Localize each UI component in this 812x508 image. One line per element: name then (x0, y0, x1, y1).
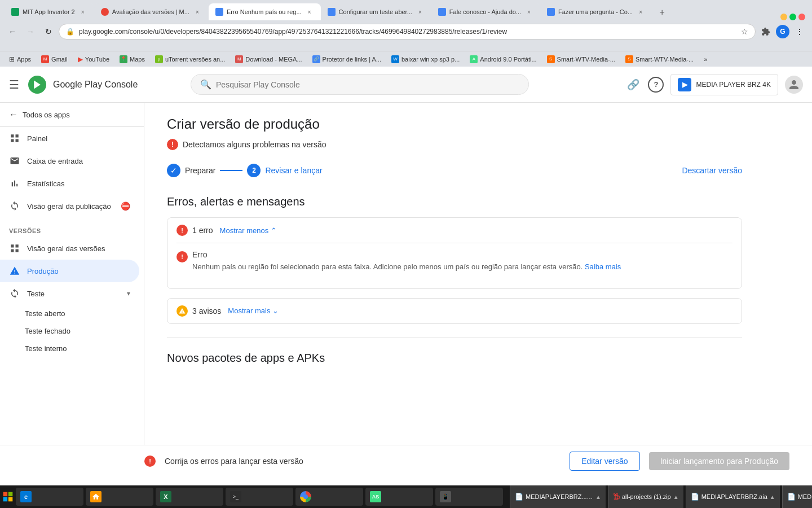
svg-rect-11 (3, 497, 8, 502)
launch-button[interactable]: Iniciar lançamento para Produção (649, 452, 789, 470)
apps-grid-icon: ⊞ (9, 55, 15, 63)
taskbar-file-4[interactable]: 📄 MEDIAPLAYERBRZ.apk ▲ (782, 485, 812, 508)
header-actions: 🔗 ? ▶ MEDIA PLAYER BRZ 4K (625, 74, 803, 95)
sidebar-item-estatisticas[interactable]: Estatísticas (0, 172, 139, 195)
tab-4-close[interactable]: × (416, 7, 425, 16)
sidebar-child-teste-interno[interactable]: Teste interno (0, 340, 144, 357)
sidebar-child-teste-fechado[interactable]: Teste fechado (0, 322, 144, 340)
file-1-expand-icon[interactable]: ▲ (595, 494, 601, 500)
help-icon-button[interactable]: ? (648, 77, 664, 93)
back-button[interactable]: ← (5, 24, 20, 40)
back-to-all-apps[interactable]: ← Todos os apps (0, 103, 144, 127)
bookmarks-more-button[interactable]: » (700, 55, 710, 64)
bookmark-maps[interactable]: 📍 Maps (115, 54, 149, 64)
tab-3[interactable]: Erro Nenhum país ou reg... × (209, 3, 321, 20)
more-options-button[interactable]: ⋮ (792, 24, 807, 40)
bookmark-smart1[interactable]: S Smart-WTV-Media-... (542, 54, 620, 64)
file-2-expand-icon[interactable]: ▲ (673, 494, 679, 500)
taskbar-cmd-button[interactable]: >_ (226, 488, 293, 506)
close-button[interactable] (798, 14, 805, 20)
bookmark-youtube-label: YouTube (85, 56, 109, 63)
sidebar-item-visao[interactable]: Visão geral da publicação ⛔ (0, 195, 139, 217)
search-box[interactable]: 🔍 (191, 74, 529, 95)
address-bar[interactable]: 🔒 play.google.com/console/u/0/developers… (59, 24, 756, 40)
sidebar-item-teste[interactable]: Teste ▾ (0, 282, 139, 305)
discard-version-link[interactable]: Descartar versão (682, 166, 742, 175)
menu-icon[interactable]: ☰ (9, 78, 19, 91)
errors-section-title: Erros, alertas e mensagens (167, 195, 742, 208)
tab-1-close[interactable]: × (78, 7, 87, 16)
link-icon-button[interactable]: 🔗 (625, 77, 641, 93)
teste-fechado-label: Teste fechado (25, 327, 70, 335)
show-less-link[interactable]: Mostrar menos ⌃ (220, 226, 277, 235)
app-badge-icon: ▶ (678, 78, 691, 91)
user-avatar[interactable] (785, 76, 803, 94)
sidebar-item-caixa[interactable]: Caixa de entrada (0, 150, 139, 172)
nav-icons: G ⋮ (758, 24, 807, 40)
tab-6[interactable]: Fazer uma pergunta - Co... × (540, 3, 652, 20)
bookmark-gmail[interactable]: M Gmail (37, 54, 72, 64)
edit-version-button[interactable]: Editar versão (570, 452, 639, 471)
bookmark-protetor-label: Protetor de links | A... (323, 56, 381, 63)
sidebar-item-painel[interactable]: Painel (0, 127, 139, 150)
bookmark-android[interactable]: A Android 9.0 Portáti... (465, 54, 541, 64)
taskbar-chrome-button[interactable] (295, 488, 363, 506)
step-preparar-circle: ✓ (167, 164, 180, 177)
tab-2-close[interactable]: × (193, 7, 202, 16)
new-tab-button[interactable]: + (654, 5, 670, 20)
back-arrow-icon: ← (9, 110, 18, 120)
smart1-icon: S (547, 55, 555, 63)
bookmark-mega[interactable]: M Download - MEGA... (231, 54, 306, 64)
tab-2[interactable]: Avaliação das versões | M... × (94, 3, 209, 20)
refresh-button[interactable]: ↻ (41, 24, 56, 40)
app-badge[interactable]: ▶ MEDIA PLAYER BRZ 4K (670, 74, 778, 95)
extensions-button[interactable] (758, 24, 774, 40)
bookmark-protetor[interactable]: 🔗 Protetor de links | A... (308, 54, 386, 64)
sidebar-item-visao-versoes[interactable]: Visão geral das versões (0, 237, 139, 260)
maximize-button[interactable] (789, 14, 796, 20)
bookmark-winxp[interactable]: W baixar win xp sp3 p... (387, 54, 464, 64)
bookmark-mega-label: Download - MEGA... (245, 56, 302, 63)
tab-1[interactable]: MIT App Inventor 2 × (5, 3, 94, 20)
bookmark-utorrent[interactable]: µ uTorrent versões an... (151, 54, 230, 64)
lock-icon: 🔒 (66, 28, 74, 36)
minimize-button[interactable] (780, 14, 787, 20)
taskbar-phone-button[interactable]: 📱 (435, 488, 503, 506)
profile-button[interactable]: G (776, 25, 789, 38)
taskbar-studio-button[interactable]: AS (365, 488, 433, 506)
tab-5-close[interactable]: × (524, 7, 533, 16)
tab-3-close[interactable]: × (305, 7, 314, 16)
sidebar-child-teste-aberto[interactable]: Teste aberto (0, 305, 144, 322)
chevron-up-icon: ⌃ (271, 226, 277, 235)
bookmark-youtube[interactable]: ▶ YouTube (73, 54, 114, 64)
taskbar-excel-button[interactable]: X (156, 488, 223, 506)
teste-interno-label: Teste interno (25, 344, 67, 353)
sidebar-item-producao[interactable]: Produção (0, 260, 139, 282)
file-3-expand-icon[interactable]: ▲ (770, 494, 775, 500)
taskbar-explorer-button[interactable] (86, 488, 153, 506)
taskbar-ie-button[interactable]: e (16, 488, 83, 506)
tab-5[interactable]: Fale conosco - Ajuda do... × (431, 3, 540, 20)
bookmark-apps[interactable]: ⊞ Apps (5, 54, 36, 64)
error-card-header[interactable]: ! 1 erro Mostrar menos ⌃ (167, 218, 742, 243)
search-input[interactable] (216, 80, 519, 89)
bookmark-smart2[interactable]: S Smart-WTV-Media-... (621, 54, 698, 64)
tab-5-favicon (438, 8, 446, 16)
show-more-link[interactable]: Mostrar mais ⌄ (228, 306, 279, 315)
bookmark-star-icon[interactable]: ☆ (741, 27, 748, 36)
app-badge-name: MEDIA PLAYER BRZ 4K (696, 81, 771, 89)
winxp-icon: W (391, 55, 399, 63)
svg-rect-2 (16, 134, 19, 137)
mega-icon: M (235, 55, 243, 63)
taskbar-start-button[interactable] (2, 487, 14, 507)
taskbar-file-3[interactable]: 📄 MEDIAPLAYERBRZ.aia ▲ (686, 485, 780, 508)
forward-button[interactable]: → (23, 24, 38, 40)
bookmarks-bar: ⊞ Apps M Gmail ▶ YouTube 📍 Maps µ uTorre… (0, 51, 812, 67)
tab-4[interactable]: Configurar um teste aber... × (321, 3, 431, 20)
versoes-section-title: Versões (0, 217, 144, 237)
warning-card-header[interactable]: 3 avisos Mostrar mais ⌄ (167, 299, 742, 323)
smart2-icon: S (625, 55, 633, 63)
tab-6-close[interactable]: × (636, 7, 645, 16)
taskbar-file-2[interactable]: 🗜 all-projects (1).zip ▲ (608, 485, 683, 508)
taskbar-file-1[interactable]: 📄 MEDIAPLAYERBRZ....apk ▲ (510, 485, 606, 508)
